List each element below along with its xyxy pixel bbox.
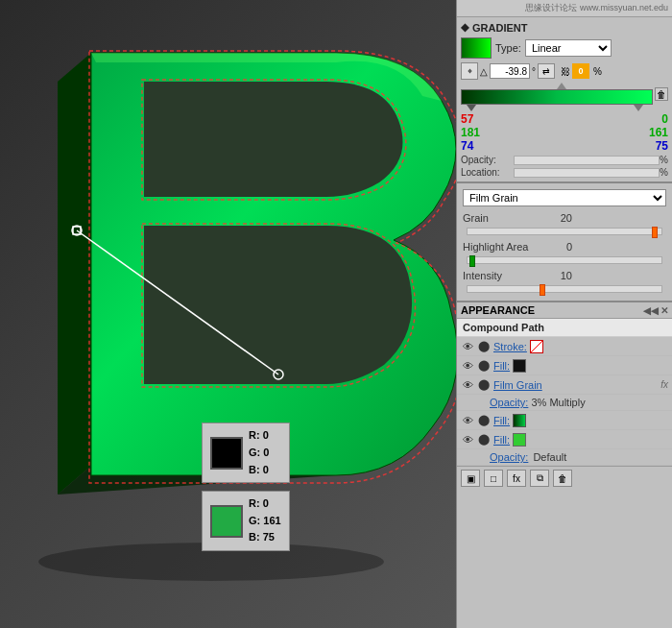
black-rgb-values: R: 0 G: 0 B: 0 <box>249 427 269 478</box>
panel-controls: ◀◀ ✕ <box>643 305 668 316</box>
film-grain-row: 👁 ⬤ Film Grain fx <box>457 375 672 395</box>
stroke-visibility-icon[interactable]: 👁 <box>461 340 474 353</box>
green-color-preview <box>210 505 243 538</box>
location-slider[interactable] <box>514 168 660 178</box>
fill-black-swatch[interactable] <box>513 359 526 373</box>
right-panel: 思缘设计论坛 www.missyuan.net.edu ◆ GRADIENT T… <box>456 0 672 628</box>
gradient-bar[interactable] <box>461 89 653 105</box>
film-grain-label[interactable]: Film Grain <box>493 379 542 391</box>
fill-green-visibility-icon[interactable]: 👁 <box>461 414 474 427</box>
fill-black-row: 👁 ⬤ Fill: <box>457 356 672 375</box>
fill3-swatch[interactable] <box>513 433 526 447</box>
gradient-panel-arrow: ◆ <box>461 21 468 34</box>
gradient-type-select[interactable]: Linear Radial <box>525 39 612 57</box>
link-icon: ⛓ <box>561 66 570 77</box>
intensity-row: Intensity 10 <box>463 270 666 281</box>
appearance-header: APPEARANCE ◀◀ ✕ <box>457 302 672 319</box>
highlight-slider[interactable] <box>467 256 662 264</box>
gradient-angle-row: ⌖ △ ° ⇄ ⛓ 0 % <box>461 62 668 80</box>
fx-badge: fx <box>660 379 668 390</box>
grain-slider-thumb[interactable] <box>652 227 658 238</box>
intensity-slider-thumb[interactable] <box>540 284 545 296</box>
fill-black-target-icon: ⬤ <box>477 359 491 373</box>
gradient-panel-header: ◆ GRADIENT <box>461 21 668 34</box>
r-left: 57 <box>461 112 564 126</box>
rgb-display: 57 0 181 161 74 75 <box>461 112 668 153</box>
add-effect-button[interactable]: fx <box>507 470 526 487</box>
opacity-default-label[interactable]: Opacity: <box>490 451 528 463</box>
gradient-stop-right[interactable] <box>634 105 643 111</box>
color-swatch-black: R: 0 G: 0 B: 0 <box>202 423 290 483</box>
filter-select-row: Film Grain <box>463 189 666 206</box>
b-right: 75 <box>564 139 668 153</box>
stroke-swatch[interactable] <box>530 340 543 353</box>
film-grain-visibility-icon[interactable]: 👁 <box>461 378 474 392</box>
gradient-stop-left[interactable] <box>467 105 476 111</box>
fill-solid-target-icon: ⬤ <box>477 433 491 447</box>
angle-input[interactable] <box>490 63 530 79</box>
stroke-target-icon: ⬤ <box>477 340 491 353</box>
r-right: 0 <box>564 112 668 126</box>
intensity-slider-container <box>463 285 666 293</box>
opacity-slider[interactable] <box>514 156 660 165</box>
gradient-bar-container: 🗑 <box>461 84 668 105</box>
stroke-label[interactable]: Stroke: <box>493 341 527 352</box>
color-swatch-green: R: 0 G: 161 B: 75 <box>202 491 290 551</box>
highlight-slider-container <box>463 256 666 264</box>
angle-icon: ⌖ <box>461 62 478 80</box>
black-color-preview <box>210 437 243 470</box>
appearance-footer: ▣ □ fx ⧉ 🗑 <box>457 466 672 490</box>
fill-black-visibility-icon[interactable]: 👁 <box>461 359 474 373</box>
compound-path-label: Compound Path <box>457 319 672 337</box>
g-left: 181 <box>461 126 564 139</box>
watermark-bar: 思缘设计论坛 www.missyuan.net.edu <box>457 0 672 17</box>
g-right: 161 <box>564 126 668 139</box>
location-row: Location: % <box>461 167 668 178</box>
delete-stop-button[interactable]: 🗑 <box>655 87 668 101</box>
gradient-midpoint[interactable] <box>557 83 566 89</box>
highlight-row: Highlight Area 0 <box>463 241 666 253</box>
opacity-default-value: Default <box>533 451 566 463</box>
fill2-swatch[interactable] <box>513 414 526 427</box>
delete-item-button[interactable]: 🗑 <box>553 470 572 487</box>
opacity-row: Opacity: % <box>461 155 668 165</box>
intensity-slider[interactable] <box>467 285 662 293</box>
green-rgb-values: R: 0 G: 161 B: 75 <box>249 495 281 546</box>
filter-type-select[interactable]: Film Grain <box>463 189 666 206</box>
fill-green-target-icon: ⬤ <box>477 414 491 427</box>
reverse-button[interactable]: ⇄ <box>538 63 555 79</box>
grain-row: Grain 20 <box>463 212 666 224</box>
film-grain-target-icon: ⬤ <box>477 378 491 392</box>
fill3-label[interactable]: Fill: <box>493 434 510 446</box>
b-left: 74 <box>461 139 564 153</box>
opacity-default-row: Opacity: Default <box>457 449 672 466</box>
fill-green-row: 👁 ⬤ Fill: <box>457 411 672 430</box>
opacity-row-appearance: Opacity: 3% Multiply <box>457 395 672 411</box>
fill-black-label[interactable]: Fill: <box>493 360 510 372</box>
gradient-panel: ◆ GRADIENT Type: Linear Radial ⌖ △ ° ⇄ ⛓… <box>457 17 672 183</box>
fill-green-solid-row: 👁 ⬤ Fill: <box>457 430 672 449</box>
appearance-panel: APPEARANCE ◀◀ ✕ Compound Path 👁 ⬤ Stroke… <box>457 302 672 628</box>
film-grain-panel: Film Grain Grain 20 Highlight Area 0 Int… <box>457 183 672 302</box>
opacity-value: 3% Multiply <box>531 397 585 408</box>
add-new-fill-button[interactable]: ▣ <box>461 470 480 487</box>
canvas-area: R: 0 G: 0 B: 0 R: 0 G: 161 B: 75 <box>0 0 456 628</box>
opacity-badge: 0 <box>572 63 589 79</box>
grain-slider[interactable] <box>467 228 662 235</box>
fill-solid-visibility-icon[interactable]: 👁 <box>461 433 474 447</box>
highlight-slider-thumb[interactable] <box>469 255 475 267</box>
gradient-bar-wrapper[interactable] <box>461 89 653 105</box>
stroke-row: 👁 ⬤ Stroke: <box>457 337 672 356</box>
fill2-label[interactable]: Fill: <box>493 415 510 426</box>
add-new-stroke-button[interactable]: □ <box>484 470 503 487</box>
duplicate-item-button[interactable]: ⧉ <box>530 470 549 487</box>
gradient-preview[interactable] <box>461 37 492 59</box>
opacity-label[interactable]: Opacity: <box>490 397 528 408</box>
grain-slider-container <box>463 228 666 235</box>
gradient-type-row: Type: Linear Radial <box>461 37 668 59</box>
